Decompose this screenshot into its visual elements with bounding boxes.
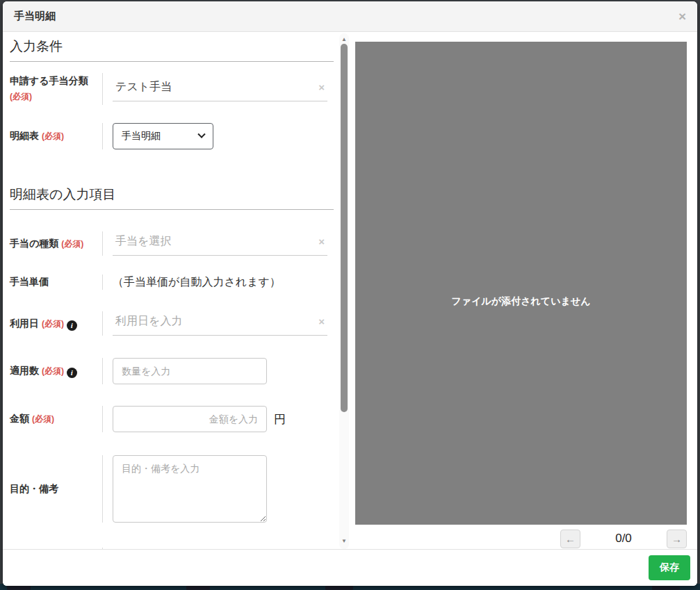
unit-price-label: 手当単価: [10, 274, 102, 290]
allowance-detail-modal: 手当明細 × 入力条件 申請する手当分類 (必須) テスト手当 × 明細表: [3, 1, 697, 586]
close-button[interactable]: ×: [678, 10, 686, 23]
next-page-button[interactable]: →: [667, 530, 687, 548]
required-badge: (必須): [42, 131, 64, 141]
prev-page-button[interactable]: ←: [560, 530, 580, 548]
required-badge: (必須): [61, 239, 83, 249]
detail-table-label: 明細表 (必須): [10, 129, 102, 144]
purpose-label: 目的・備考: [10, 482, 102, 497]
field-row-usage-date: 利用日 (必須) i 利用日を入力 ×: [10, 311, 334, 336]
field-row-category: 申請する手当分類 (必須) テスト手当 ×: [10, 73, 334, 105]
scroll-down-icon[interactable]: ▼: [339, 538, 349, 545]
amount-unit: 円: [274, 411, 286, 427]
quantity-input[interactable]: [113, 358, 267, 384]
no-attachment-message: ファイルが添付されていません: [452, 295, 591, 308]
prev-page-icon: ←: [565, 534, 576, 544]
clear-icon[interactable]: ×: [318, 236, 325, 247]
backdrop-table-text: [325, 585, 353, 590]
allowance-type-input[interactable]: 手当を選択 ×: [113, 231, 327, 256]
field-row-detail-table: 明細表 (必須) 手当明細: [10, 123, 334, 149]
preview-pager: ← 0/0 →: [355, 528, 687, 549]
required-badge: (必須): [10, 92, 32, 101]
purpose-textarea[interactable]: [113, 455, 267, 523]
modal-footer: 保存: [3, 549, 697, 586]
usage-date-input[interactable]: 利用日を入力 ×: [113, 311, 327, 336]
section-heading-input-conditions: 入力条件: [10, 36, 334, 62]
detail-table-select[interactable]: 手当明細: [113, 123, 213, 149]
info-icon[interactable]: i: [67, 320, 77, 331]
required-badge: (必須): [32, 414, 54, 424]
field-row-unit-price: 手当単価 （手当単価が自動入力されます）: [10, 274, 334, 290]
section-heading-detail-items: 明細表の入力項目: [10, 184, 334, 210]
modal-title: 手当明細: [14, 10, 56, 23]
field-row-allowance-type: 手当の種類 (必須) 手当を選択 ×: [10, 231, 334, 256]
quantity-label: 適用数 (必須) i: [10, 363, 102, 379]
allowance-type-label: 手当の種類 (必須): [10, 236, 102, 252]
save-button[interactable]: 保存: [649, 555, 690, 580]
clear-icon[interactable]: ×: [318, 82, 325, 92]
info-icon[interactable]: i: [67, 368, 77, 378]
close-icon: ×: [678, 9, 686, 24]
scroll-up-icon[interactable]: ▲: [339, 36, 349, 43]
usage-date-label: 利用日 (必須) i: [10, 316, 102, 331]
page-indicator: 0/0: [615, 532, 632, 546]
clear-icon[interactable]: ×: [318, 316, 325, 327]
modal-header: 手当明細 ×: [3, 1, 697, 32]
category-label: 申請する手当分類 (必須): [10, 74, 102, 104]
attachment-preview-panel: ファイルが添付されていません: [355, 42, 687, 525]
amount-input[interactable]: [113, 406, 267, 432]
backdrop-table-text: [7, 585, 31, 590]
unit-price-note: （手当単価が自動入力されます）: [113, 275, 281, 290]
required-badge: (必須): [42, 319, 64, 329]
field-row-amount: 金額 (必須) 円: [10, 406, 334, 432]
backdrop-table-text: [652, 585, 680, 590]
field-row-purpose: 目的・備考: [10, 455, 334, 523]
form-scrollbar[interactable]: ▲ ▼: [339, 33, 349, 549]
amount-label: 金額 (必須): [10, 411, 102, 427]
scrollbar-thumb[interactable]: [341, 44, 348, 412]
next-page-icon: →: [671, 534, 682, 544]
form-column: 入力条件 申請する手当分類 (必須) テスト手当 × 明細表 (必須): [10, 36, 334, 572]
backdrop-table-text: [186, 585, 210, 590]
required-badge: (必須): [42, 366, 64, 376]
category-input[interactable]: テスト手当 ×: [113, 77, 327, 101]
chevron-down-icon: [197, 131, 205, 138]
field-row-quantity: 適用数 (必須) i: [10, 358, 334, 384]
